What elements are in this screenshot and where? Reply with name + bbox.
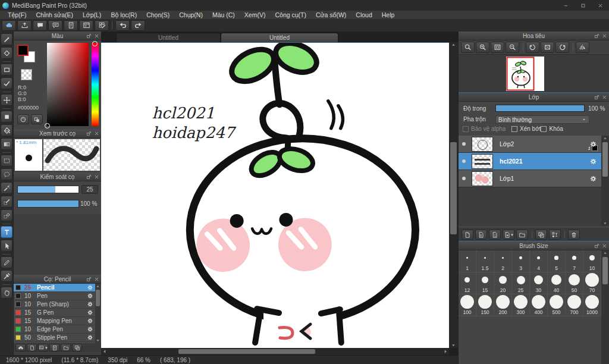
select-pen-tool[interactable] xyxy=(1,196,12,208)
scroll-down-icon[interactable] xyxy=(96,338,100,343)
zoom-out-button[interactable] xyxy=(506,42,519,53)
merge-layer-button[interactable] xyxy=(549,230,561,240)
rotate-left-button[interactable] xyxy=(526,42,539,53)
duplicate-layer-button[interactable] xyxy=(535,230,547,240)
add-1bit-layer-button[interactable] xyxy=(489,230,501,240)
scrollbar-thumb[interactable] xyxy=(602,142,608,177)
brush-size-cell[interactable]: 12 xyxy=(459,272,476,294)
shape-tool[interactable] xyxy=(1,64,12,76)
menu-item[interactable]: Lớp(L) xyxy=(78,11,106,18)
cloud-brush-button[interactable] xyxy=(15,344,26,352)
close-icon[interactable] xyxy=(93,33,100,39)
gear-icon[interactable] xyxy=(87,301,93,307)
checkbox-box[interactable] xyxy=(463,126,469,132)
checkbox-box[interactable] xyxy=(541,126,547,132)
layer-option-checkbox[interactable]: Bảo vệ alpha xyxy=(463,125,511,132)
gear-icon[interactable] xyxy=(87,326,93,332)
select-tool[interactable] xyxy=(1,155,12,167)
gear-icon[interactable] xyxy=(87,318,93,324)
undo-button[interactable] xyxy=(115,20,130,31)
visibility-dot[interactable] xyxy=(462,142,466,146)
navigator-thumbnail[interactable] xyxy=(506,57,544,91)
move-tool[interactable] xyxy=(1,94,12,106)
fill-shape-tool[interactable] xyxy=(1,111,12,123)
add-8bit-layer-button[interactable] xyxy=(475,230,487,240)
feedback-button[interactable] xyxy=(48,20,62,31)
close-icon[interactable] xyxy=(93,276,100,283)
delete-layer-button[interactable] xyxy=(568,230,580,240)
redo-button[interactable] xyxy=(131,20,145,31)
popout-icon[interactable] xyxy=(593,94,600,101)
visibility-dot[interactable] xyxy=(462,177,466,180)
brush-size-cell[interactable]: 150 xyxy=(476,294,494,316)
layer-row[interactable]: Lớp1 xyxy=(459,170,601,187)
gear-icon[interactable] xyxy=(589,140,597,148)
maximize-button[interactable] xyxy=(575,0,592,11)
close-icon[interactable] xyxy=(601,243,608,249)
close-icon[interactable] xyxy=(601,33,608,39)
brush-row[interactable]: 15 Mapping Pen xyxy=(14,317,95,325)
layer-option-checkbox[interactable]: Xén bớt xyxy=(511,125,541,132)
canvas-drawing[interactable]: hcl2021 hoidap247 xyxy=(101,43,449,348)
edit-brush-button[interactable] xyxy=(49,344,59,352)
menu-item[interactable]: Xem(V) xyxy=(240,11,271,18)
hand-tool[interactable] xyxy=(1,287,12,299)
comment-button[interactable] xyxy=(33,20,47,31)
popout-icon[interactable] xyxy=(85,130,92,137)
brush-size-cell[interactable]: 100 xyxy=(459,294,476,316)
scroll-up-icon[interactable] xyxy=(603,136,607,140)
brush-row[interactable]: 50 Stipple Pen xyxy=(14,334,95,342)
blend-mode-dropdown[interactable]: Bình thường xyxy=(495,115,589,124)
brush-size-cell[interactable]: 40 xyxy=(548,272,566,294)
brush-row[interactable]: 15 G Pen xyxy=(14,309,95,317)
brush-size-cell[interactable]: 4 xyxy=(530,250,548,272)
close-icon[interactable] xyxy=(601,94,608,101)
panel-layout-button[interactable] xyxy=(79,20,93,31)
gear-icon[interactable] xyxy=(87,309,93,316)
brush-size-cell[interactable]: 500 xyxy=(548,294,566,316)
layer-list-scrollbar[interactable] xyxy=(601,136,609,226)
add-brush-button[interactable] xyxy=(27,344,37,352)
popout-icon[interactable] xyxy=(593,33,600,39)
zoom-tool-button[interactable] xyxy=(461,42,475,53)
brush-row[interactable]: 10 Pen xyxy=(14,292,95,300)
cloud-save-button[interactable] xyxy=(2,20,16,31)
brush-size-cell[interactable]: 400 xyxy=(530,294,548,316)
hue-slider[interactable] xyxy=(92,43,99,126)
pen-tool[interactable] xyxy=(1,33,12,45)
scrollbar-thumb[interactable] xyxy=(96,290,100,306)
document-tab[interactable]: Untitled xyxy=(116,33,221,42)
close-button[interactable] xyxy=(592,0,609,11)
brush-size-cell[interactable]: 15 xyxy=(476,272,494,294)
menu-item[interactable]: Chọn(S) xyxy=(142,11,174,18)
close-icon[interactable] xyxy=(93,130,100,137)
gear-icon[interactable] xyxy=(87,334,93,341)
scroll-down-icon[interactable] xyxy=(451,343,456,347)
brush-size-cell[interactable]: 1.5 xyxy=(476,250,494,272)
horizontal-scrollbar[interactable] xyxy=(101,348,449,355)
select-eraser-tool[interactable] xyxy=(1,209,12,221)
popout-icon[interactable] xyxy=(85,33,92,39)
color-chips-button[interactable] xyxy=(31,114,43,124)
brush-size-cell[interactable]: 5 xyxy=(548,250,566,272)
brush-size-cell[interactable]: 1000 xyxy=(583,294,601,316)
foreground-color-swatch[interactable] xyxy=(17,45,29,56)
brush-size-slider[interactable] xyxy=(17,186,79,193)
duplicate-brush-button[interactable] xyxy=(72,344,82,352)
layer-option-checkbox[interactable]: Khóa xyxy=(541,125,563,132)
fit-window-button[interactable] xyxy=(491,42,504,53)
brush-size-cell[interactable]: 2 xyxy=(494,250,512,272)
scroll-up-icon[interactable] xyxy=(96,284,100,288)
popout-icon[interactable] xyxy=(593,243,600,249)
menu-item[interactable]: Bộ lọc(R) xyxy=(106,11,142,18)
brush-row[interactable]: 10 Edge Pen xyxy=(14,325,95,334)
menu-item[interactable]: Chỉnh sửa(E) xyxy=(32,11,78,18)
brush-opacity-slider[interactable] xyxy=(17,200,79,208)
brush-size-cell[interactable]: 20 xyxy=(494,272,512,294)
transparent-color-swatch[interactable] xyxy=(21,69,32,80)
brush-size-cell[interactable]: 300 xyxy=(512,294,530,316)
operation-tool[interactable] xyxy=(1,240,12,252)
brush-size-cell[interactable]: 200 xyxy=(494,294,512,316)
close-icon[interactable] xyxy=(93,174,100,180)
reset-view-button[interactable] xyxy=(541,42,554,53)
